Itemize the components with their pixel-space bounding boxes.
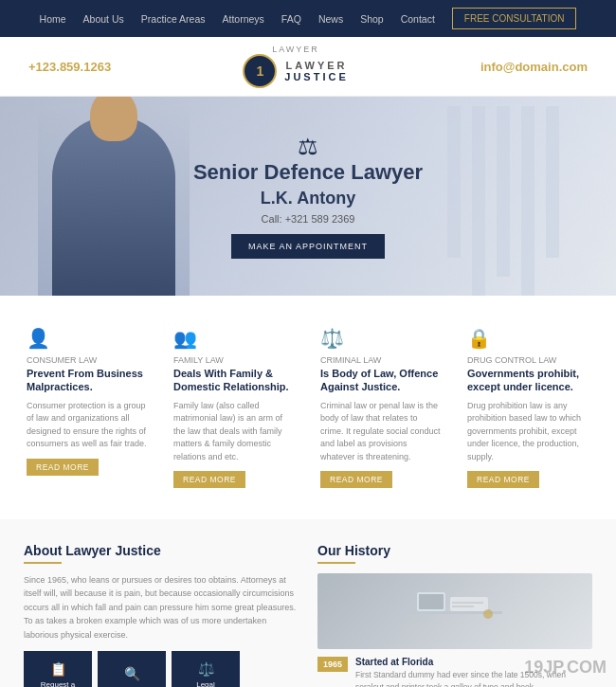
family-law-icon: 👥 (173, 327, 296, 350)
nav-home[interactable]: Home (40, 13, 66, 25)
hero-subtitle: L.K. Antony (193, 189, 423, 208)
about-history-section: About Lawyer Justice Since 1965, who lea… (0, 519, 616, 687)
hero-lawyer-image (38, 106, 190, 296)
history-image (317, 573, 592, 649)
make-appointment-button[interactable]: MAKE AN APPOINTMENT (231, 234, 385, 259)
criminal-law-title: Is Body of Law, Offence Against Justice. (320, 367, 443, 394)
nav-faq[interactable]: FAQ (281, 13, 301, 25)
nav-shop[interactable]: Shop (360, 13, 384, 25)
hero-call: Call: +321 589 2369 (193, 213, 423, 225)
history-year-1965: 1965 (317, 657, 348, 672)
criminal-law-icon: ⚖️ (320, 327, 443, 350)
free-consultation-nav-button[interactable]: FREE CONSULTATION (452, 8, 577, 29)
drug-control-law-desc: Drug prohibition law is any prohibition … (467, 400, 589, 464)
criminal-law-category: Criminal Law (320, 355, 443, 365)
history-section-line (317, 562, 355, 564)
service-family-law: 👥 Family Law Deals With Family & Domesti… (166, 319, 303, 496)
history-section: Our History 1965 Started at F (317, 543, 592, 687)
history-entry-1965: 1965 Started at Florida First Standard d… (317, 657, 592, 687)
logo-justice-text: JUSTICE (284, 71, 348, 82)
consumer-law-icon: 👤 (27, 327, 149, 350)
site-header: +123.859.1263 LAWYER 1 LAWYER JUSTICE in… (0, 37, 616, 97)
service-consumer-law: 👤 Consumer Law Prevent From Business Mal… (19, 319, 156, 496)
about-title: About Lawyer Justice (24, 543, 299, 558)
about-action-buttons: 📋 Request a Quote 🔍 Investigation ⚖️ Leg… (24, 651, 299, 687)
nav-practice[interactable]: Practice Areas (141, 13, 206, 25)
legal-proceeding-label: Legal Proceeding (187, 680, 225, 687)
legal-proceeding-icon: ⚖️ (179, 660, 232, 678)
about-section: About Lawyer Justice Since 1965, who lea… (24, 543, 299, 687)
consumer-law-desc: Consumer protection is a group of law an… (27, 400, 149, 451)
logo-emblem: 1 (243, 54, 277, 88)
drug-control-law-read-more[interactable]: READ MORE (467, 471, 539, 488)
criminal-law-desc: Criminal law or penal law is the body of… (320, 400, 443, 464)
service-criminal-law: ⚖️ Criminal Law Is Body of Law, Offence … (313, 319, 450, 496)
nav-contact[interactable]: Contact (401, 13, 435, 25)
drug-control-law-icon: 🔒 (467, 327, 589, 350)
consumer-law-category: Consumer Law (27, 355, 149, 365)
hero-title: Senior Defence Lawyer (193, 160, 423, 185)
family-law-read-more[interactable]: READ MORE (173, 471, 245, 488)
nav-attorneys[interactable]: Attorneys (223, 13, 264, 25)
legal-proceeding-button[interactable]: ⚖️ Legal Proceeding (172, 651, 240, 687)
logo-lawyer-text: LAWYER (284, 60, 348, 71)
history-title: Our History (317, 543, 592, 558)
logo-top-text: LAWYER (243, 45, 348, 54)
svg-rect-3 (450, 597, 488, 611)
logo: LAWYER 1 LAWYER JUSTICE (243, 45, 348, 88)
hero-emblem: ⚖ (193, 134, 423, 160)
svg-rect-2 (419, 594, 444, 609)
family-law-category: Family Law (173, 355, 296, 365)
top-navigation: Home About Us Practice Areas Attorneys F… (0, 0, 616, 37)
family-law-title: Deals With Family & Domestic Relationshi… (173, 367, 296, 394)
criminal-law-read-more[interactable]: READ MORE (320, 471, 392, 488)
consumer-law-title: Prevent From Business Malpractices. (27, 367, 149, 394)
drug-control-law-title: Governments prohibit, except under licen… (467, 367, 589, 394)
request-quote-button[interactable]: 📋 Request a Quote (24, 651, 92, 687)
header-phone: +123.859.1263 (28, 60, 111, 74)
services-section: 👤 Consumer Law Prevent From Business Mal… (0, 296, 616, 519)
about-description: Since 1965, who leans or pursues or desi… (24, 573, 299, 642)
hero-section: ⚖ Senior Defence Lawyer L.K. Antony Call… (0, 97, 616, 296)
nav-news[interactable]: News (318, 13, 343, 25)
service-drug-control-law: 🔒 Drug Control Law Governments prohibit,… (460, 319, 597, 496)
about-section-line (24, 562, 62, 564)
consumer-law-read-more[interactable]: READ MORE (27, 459, 99, 476)
request-quote-icon: 📋 (31, 660, 84, 678)
drug-control-law-category: Drug Control Law (467, 355, 589, 365)
nav-about[interactable]: About Us (83, 13, 124, 25)
history-title-1965: Started at Florida (355, 657, 592, 667)
history-desc-1965: First Standard dummy had ever since the … (355, 669, 592, 687)
family-law-desc: Family law (also called matrimonial law)… (173, 400, 296, 464)
request-quote-label: Request a Quote (41, 680, 75, 687)
investigation-icon: 🔍 (105, 665, 158, 682)
svg-point-6 (483, 609, 493, 619)
header-email: info@domain.com (480, 60, 588, 74)
investigation-button[interactable]: 🔍 Investigation (98, 651, 166, 687)
